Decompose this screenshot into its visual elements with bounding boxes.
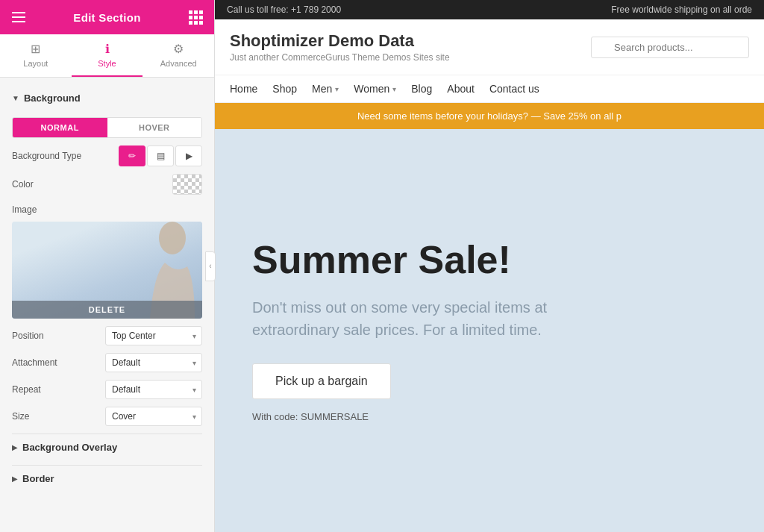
site-header: Shoptimizer Demo Data Just another Comme… xyxy=(215,19,764,75)
hero-promo-code: With code: SUMMERSALE xyxy=(252,411,727,422)
nav-shop[interactable]: Shop xyxy=(272,83,297,95)
navigation-bar: Home Shop Men ▾ Women ▾ Blog About Conta… xyxy=(215,75,764,103)
panel-collapse-handle[interactable]: ‹ xyxy=(205,251,216,281)
overlay-label: Background Overlay xyxy=(22,442,117,453)
search-input[interactable] xyxy=(591,37,749,58)
topbar-right-text: Free worldwide shipping on all orde xyxy=(611,4,752,15)
layout-icon: ⊞ xyxy=(31,42,40,56)
bg-type-row: Background Type ✏ ▤ ▶ xyxy=(12,145,202,166)
promo-bar: Need some items before your holidays? — … xyxy=(215,103,764,129)
tab-layout-label: Layout xyxy=(23,59,48,68)
style-icon: ℹ xyxy=(105,42,110,56)
tab-layout[interactable]: ⊞ Layout xyxy=(0,34,72,77)
repeat-select[interactable]: Default No Repeat Repeat Repeat X Repeat… xyxy=(105,380,202,399)
site-tagline: Just another CommerceGurus Theme Demos S… xyxy=(230,52,450,63)
attachment-row: Attachment Default Fixed Scroll ▾ xyxy=(12,353,202,372)
repeat-select-wrapper: Default No Repeat Repeat Repeat X Repeat… xyxy=(105,380,202,399)
arrow-down-icon: ▼ xyxy=(12,94,19,102)
promo-text: Need some items before your holidays? — … xyxy=(357,110,621,122)
background-overlay-section[interactable]: ▶ Background Overlay xyxy=(12,434,202,460)
background-section-header[interactable]: ▼ Background xyxy=(12,87,202,110)
edit-panel: Edit Section ⊞ Layout ℹ Style ⚙ Advanced… xyxy=(0,0,215,532)
tab-advanced[interactable]: ⚙ Advanced xyxy=(143,34,214,77)
topbar-left-text: Call us toll free: +1 789 2000 xyxy=(227,4,341,15)
nav-contact[interactable]: Contact us xyxy=(489,83,539,95)
advanced-icon: ⚙ xyxy=(173,42,184,56)
nav-men[interactable]: Men ▾ xyxy=(312,83,339,95)
tab-style[interactable]: ℹ Style xyxy=(72,34,143,77)
image-section: Image DELETE xyxy=(12,202,202,319)
color-label: Color xyxy=(12,179,34,190)
bg-type-gradient-btn[interactable]: ▤ xyxy=(147,145,174,166)
position-label: Position xyxy=(12,331,44,341)
size-select[interactable]: Cover Contain Auto xyxy=(105,407,202,426)
normal-toggle-btn[interactable]: NORMAL xyxy=(13,118,107,137)
color-swatch[interactable] xyxy=(172,174,202,195)
image-label: Image xyxy=(12,204,37,215)
panel-header: Edit Section xyxy=(0,0,214,34)
hero-section: Summer Sale! Don't miss out on some very… xyxy=(215,129,764,532)
size-row: Size Cover Contain Auto ▾ xyxy=(12,407,202,426)
attachment-select-wrapper: Default Fixed Scroll ▾ xyxy=(105,353,202,372)
bg-type-label: Background Type xyxy=(12,151,81,161)
position-select-wrapper: Top Center Top Left Top Right Center Cen… xyxy=(105,326,202,345)
border-arrow-icon: ▶ xyxy=(12,475,18,483)
attachment-label: Attachment xyxy=(12,357,57,368)
image-preview: DELETE xyxy=(12,222,202,319)
nav-blog[interactable]: Blog xyxy=(411,83,432,95)
hamburger-menu-icon[interactable] xyxy=(12,12,25,22)
color-row: Color xyxy=(12,174,202,195)
border-section[interactable]: ▶ Border xyxy=(12,465,202,492)
bg-type-color-btn[interactable]: ✏ xyxy=(119,145,145,166)
background-label: Background xyxy=(24,93,81,104)
size-select-wrapper: Cover Contain Auto ▾ xyxy=(105,407,202,426)
normal-hover-toggle: NORMAL HOVER xyxy=(12,117,202,138)
svg-point-0 xyxy=(159,222,186,254)
site-preview: Call us toll free: +1 789 2000 Free worl… xyxy=(215,0,764,532)
overlay-arrow-icon: ▶ xyxy=(12,443,18,451)
tab-style-label: Style xyxy=(98,59,116,68)
women-chevron-icon: ▾ xyxy=(392,85,396,93)
nav-about[interactable]: About xyxy=(447,83,475,95)
hero-cta-button[interactable]: Pick up a bargain xyxy=(252,363,391,399)
bg-type-buttons: ✏ ▤ ▶ xyxy=(119,145,202,166)
panel-title: Edit Section xyxy=(73,11,140,24)
nav-home[interactable]: Home xyxy=(230,83,257,95)
panel-content: ▼ Background NORMAL HOVER Background Typ… xyxy=(0,78,214,532)
repeat-row: Repeat Default No Repeat Repeat Repeat X… xyxy=(12,380,202,399)
site-logo-area: Shoptimizer Demo Data Just another Comme… xyxy=(230,31,450,63)
men-chevron-icon: ▾ xyxy=(335,85,339,93)
site-title: Shoptimizer Demo Data xyxy=(230,31,450,51)
border-label: Border xyxy=(22,473,54,484)
hero-title: Summer Sale! xyxy=(252,239,727,281)
tab-advanced-label: Advanced xyxy=(160,59,197,68)
panel-tabs: ⊞ Layout ℹ Style ⚙ Advanced xyxy=(0,34,214,78)
hover-toggle-btn[interactable]: HOVER xyxy=(107,118,202,137)
position-row: Position Top Center Top Left Top Right C… xyxy=(12,326,202,345)
repeat-label: Repeat xyxy=(12,384,41,395)
search-container: 🔍 xyxy=(591,37,749,58)
size-label: Size xyxy=(12,411,29,422)
nav-women[interactable]: Women ▾ xyxy=(354,83,396,95)
attachment-select[interactable]: Default Fixed Scroll xyxy=(105,353,202,372)
delete-image-btn[interactable]: DELETE xyxy=(12,301,202,319)
hero-subtitle: Don't miss out on some very special item… xyxy=(252,296,610,341)
top-bar: Call us toll free: +1 789 2000 Free worl… xyxy=(215,0,764,19)
grid-apps-icon[interactable] xyxy=(189,10,202,24)
position-select[interactable]: Top Center Top Left Top Right Center Cen… xyxy=(105,326,202,345)
bg-type-video-btn[interactable]: ▶ xyxy=(175,145,202,166)
